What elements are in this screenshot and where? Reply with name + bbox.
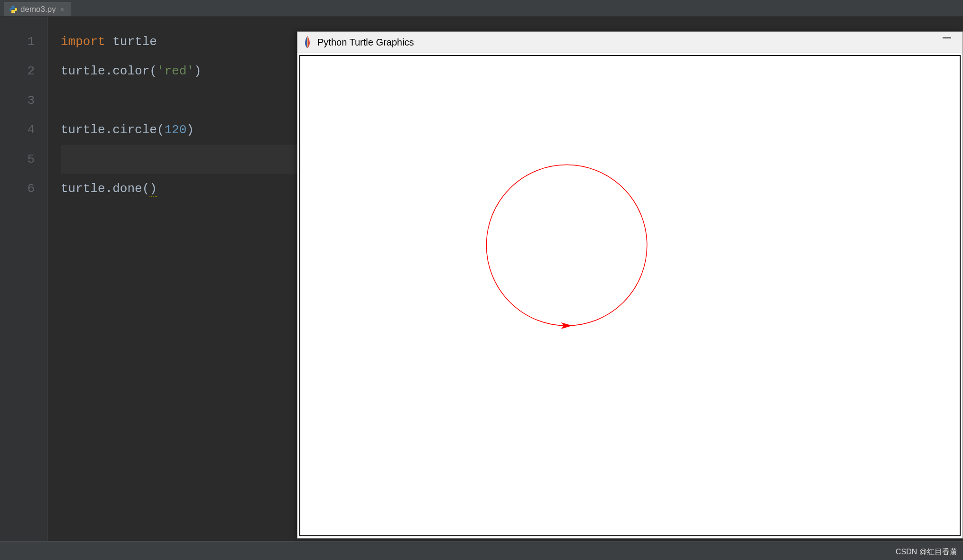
string-literal: 'red' [157,64,194,78]
function-call: color [112,64,149,78]
tab-bar: demo3.py × [0,0,963,17]
line-number: 5 [0,145,35,174]
object: turtle [61,123,105,137]
line-number: 3 [0,86,35,115]
turtle-canvas-border [299,55,961,536]
turtle-output-window[interactable]: Python Turtle Graphics [297,31,963,539]
status-bar [0,541,963,560]
tab-filename: demo3.py [20,5,56,14]
minimize-icon[interactable] [943,37,951,38]
line-number: 1 [0,27,35,56]
python-file-icon [9,6,17,13]
module-name: turtle [112,35,157,49]
line-gutter: 1 2 3 4 5 6 [0,17,47,541]
object: turtle [61,182,105,196]
window-title: Python Turtle Graphics [317,37,414,48]
feather-icon [303,36,312,48]
close-icon[interactable]: × [59,6,65,13]
watermark-text: CSDN @红目香薰 [896,547,957,557]
drawn-circle [486,165,647,326]
svg-point-1 [14,12,15,12]
function-call: done [112,182,142,196]
keyword-import: import [61,35,105,49]
line-number: 4 [0,115,35,145]
number-literal: 120 [164,123,186,137]
object: turtle [61,64,105,78]
function-call: circle [112,123,157,137]
svg-point-0 [12,6,12,7]
file-tab[interactable]: demo3.py × [4,2,71,16]
line-number: 2 [0,56,35,86]
window-titlebar[interactable]: Python Turtle Graphics [297,32,963,53]
line-number: 6 [0,174,35,203]
turtle-canvas [300,56,960,535]
